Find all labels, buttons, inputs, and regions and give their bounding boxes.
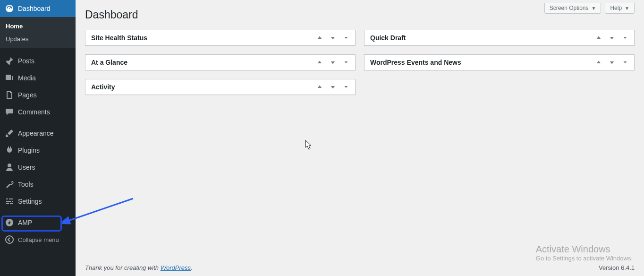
widget-site-health: Site Health Status [85, 30, 356, 46]
sidebar-item-label: Plugins [18, 147, 40, 154]
move-down-button[interactable] [330, 59, 336, 66]
sidebar-item-label: Media [18, 74, 36, 82]
move-up-button[interactable] [595, 59, 602, 66]
widgets-column-2: Quick Draft WordPress Events and News [364, 30, 635, 95]
sidebar-item-label: Appearance [18, 129, 54, 137]
pin-icon [5, 56, 14, 66]
sidebar-subitem-updates[interactable]: Updates [0, 33, 76, 45]
widget-title: Activity [91, 83, 115, 91]
move-up-button[interactable] [595, 34, 602, 41]
sidebar-item-users[interactable]: Users [0, 159, 76, 176]
widget-title: Site Health Status [91, 34, 147, 42]
footer-version: Version 6.4.1 [599, 264, 635, 271]
sidebar-item-label: Posts [18, 57, 34, 65]
screen-options-button[interactable]: Screen Options ▼ [544, 3, 602, 14]
sidebar-item-label: Tools [18, 181, 34, 188]
admin-sidebar: Dashboard Home Updates Posts Media Pages [0, 0, 76, 276]
dashboard-icon [5, 4, 14, 13]
collapse-label: Collapse menu [18, 236, 59, 243]
media-icon [5, 73, 14, 83]
toggle-button[interactable] [343, 34, 349, 41]
caret-down-icon: ▼ [625, 6, 629, 11]
sidebar-item-amp[interactable]: AMP [0, 214, 76, 231]
toggle-button[interactable] [343, 84, 349, 90]
widget-quick-draft: Quick Draft [364, 30, 635, 46]
main-content: Screen Options ▼ Help ▼ Dashboard Site H… [76, 0, 644, 276]
sidebar-item-media[interactable]: Media [0, 69, 76, 86]
svg-point-1 [6, 236, 13, 243]
sidebar-item-label: Dashboard [18, 5, 51, 12]
wrench-icon [5, 180, 14, 189]
pages-icon [5, 90, 14, 100]
help-button[interactable]: Help ▼ [605, 3, 635, 14]
sidebar-item-label: Users [18, 164, 35, 171]
watermark-title: Activate Windows [536, 244, 633, 255]
dashboard-widgets: Site Health Status At a Glance [85, 30, 635, 95]
collapse-menu-button[interactable]: Collapse menu [0, 231, 76, 248]
widget-at-a-glance: At a Glance [85, 54, 356, 70]
help-label: Help [610, 5, 622, 11]
sidebar-subitem-home[interactable]: Home [0, 20, 76, 33]
move-up-button[interactable] [316, 59, 323, 66]
move-down-button[interactable] [330, 34, 336, 41]
widget-title: WordPress Events and News [370, 59, 461, 66]
sidebar-item-pages[interactable]: Pages [0, 86, 76, 104]
move-down-button[interactable] [330, 84, 336, 90]
sidebar-submenu-dashboard: Home Updates [0, 17, 76, 48]
caret-down-icon: ▼ [592, 6, 596, 11]
sidebar-item-label: AMP [18, 219, 32, 226]
comments-icon [5, 107, 14, 117]
screen-options-label: Screen Options [550, 5, 589, 11]
sidebar-item-label: Comments [18, 108, 50, 116]
toggle-button[interactable] [622, 59, 628, 66]
move-up-button[interactable] [316, 84, 323, 90]
wordpress-link[interactable]: WordPress [161, 264, 191, 271]
sidebar-item-dashboard[interactable]: Dashboard [0, 0, 76, 17]
sidebar-item-posts[interactable]: Posts [0, 52, 76, 69]
sidebar-item-settings[interactable]: Settings [0, 193, 76, 210]
move-down-button[interactable] [609, 59, 615, 66]
screen-meta-toggles: Screen Options ▼ Help ▼ [544, 0, 635, 14]
sidebar-item-label: Pages [18, 91, 37, 99]
collapse-icon [5, 235, 14, 244]
widgets-column-1: Site Health Status At a Glance [85, 30, 356, 95]
sliders-icon [5, 197, 14, 206]
move-up-button[interactable] [316, 34, 323, 41]
widget-events-news: WordPress Events and News [364, 54, 635, 70]
toggle-button[interactable] [343, 59, 349, 66]
footer-thanks: Thank you for creating with WordPress. [85, 264, 193, 271]
toggle-button[interactable] [622, 34, 628, 41]
sidebar-item-appearance[interactable]: Appearance [0, 125, 76, 142]
widget-title: Quick Draft [370, 34, 406, 42]
brush-icon [5, 129, 14, 138]
widget-title: At a Glance [91, 59, 127, 66]
sidebar-item-plugins[interactable]: Plugins [0, 142, 76, 159]
admin-footer: Thank you for creating with WordPress. V… [85, 258, 635, 276]
sidebar-item-label: Settings [18, 198, 42, 205]
plug-icon [5, 146, 14, 155]
sidebar-item-comments[interactable]: Comments [0, 104, 76, 121]
user-icon [5, 163, 14, 172]
sidebar-item-tools[interactable]: Tools [0, 176, 76, 193]
move-down-button[interactable] [609, 34, 615, 41]
amp-icon [5, 218, 14, 227]
widget-activity: Activity [85, 79, 356, 95]
